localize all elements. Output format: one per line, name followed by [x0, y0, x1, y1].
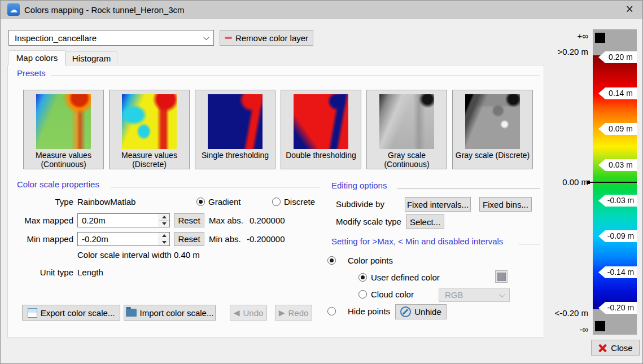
fixed-bins-button[interactable]: Fixed bins...	[479, 197, 532, 212]
unhide-label: Unhide	[414, 307, 441, 317]
remove-color-layer-button[interactable]: Remove color layer	[220, 30, 313, 46]
preset-thumbnail-gray-continuous	[379, 94, 434, 149]
color-scale-properties-title: Color scale properties	[17, 179, 99, 189]
modify-scale-type-label: Modify scale type	[336, 217, 401, 226]
hide-points-label[interactable]: Hide points	[348, 306, 390, 316]
scalebar-top-black-square	[595, 33, 605, 43]
fixed-intervals-button[interactable]: Fixed intervals...	[405, 197, 471, 212]
preset-measure-values-discrete[interactable]: Measure values (Discrete)	[109, 90, 190, 169]
preset-gray-scale-discrete[interactable]: Gray scale (Discrete)	[452, 90, 533, 169]
max-reset-button[interactable]: Reset	[174, 213, 204, 227]
preset-thumbnail-measure-discrete	[122, 94, 177, 149]
hide-points-radio[interactable]	[327, 307, 336, 315]
spin-up-icon[interactable]	[159, 233, 169, 239]
subdivide-by-label: Subdivide by	[336, 199, 384, 209]
preset-caption: Measure values (Discrete)	[111, 151, 188, 169]
preset-thumbnail-measure-continuous	[36, 94, 91, 149]
color-layer-select[interactable]: Inspection_cancellare	[8, 30, 214, 46]
gradient-radio[interactable]	[196, 198, 205, 206]
min-abs-label: Min abs.	[209, 234, 241, 244]
color-scale-properties-line	[111, 187, 320, 187]
preset-caption: Measure values (Continuous)	[25, 151, 102, 169]
spin-down-icon[interactable]	[159, 221, 169, 227]
chevron-down-icon	[499, 291, 505, 297]
user-defined-color-radio[interactable]	[358, 273, 367, 282]
window-close-icon[interactable]: ×	[623, 1, 637, 19]
scalebar-tag[interactable]: 0.14 m	[598, 87, 637, 99]
scalebar-zero-line	[589, 182, 637, 183]
spin-up-icon[interactable]	[159, 214, 169, 221]
scalebar-tag[interactable]: 0.20 m	[598, 51, 637, 63]
redo-button[interactable]: ▶ Redo	[275, 305, 312, 321]
scalebar-tag[interactable]: -0.14 m	[598, 266, 637, 278]
discrete-radio[interactable]	[272, 198, 281, 206]
spin-down-icon[interactable]	[159, 239, 169, 245]
min-reset-button[interactable]: Reset	[174, 232, 204, 246]
preset-caption: Gray scale (Continuous)	[368, 151, 445, 169]
preset-thumbnail-double-thresholding	[294, 94, 348, 149]
cloud-color-mode-value: RGB	[445, 290, 463, 300]
gradient-radio-label[interactable]: Gradient	[208, 197, 241, 207]
cloud-color-label[interactable]: Cloud color	[371, 290, 414, 299]
preset-gray-scale-continuous[interactable]: Gray scale (Continuous)	[366, 90, 447, 169]
color-points-label[interactable]: Color points	[348, 256, 393, 265]
undo-arrow-icon: ◀	[234, 308, 240, 317]
scalebar-tag[interactable]: 0.03 m	[598, 159, 637, 171]
select-scale-type-button[interactable]: Select...	[406, 214, 444, 229]
titlebar: ☁ Colors mapping - Rock tunnel_Heron_3cm…	[1, 1, 643, 19]
floppy-disk-icon	[28, 308, 37, 318]
editing-options-title: Editing options	[331, 181, 387, 190]
scalebar-bottom-black-square	[595, 321, 605, 331]
preset-thumbnail-gray-discrete	[465, 94, 520, 149]
discrete-radio-label[interactable]: Discrete	[284, 197, 315, 207]
max-mapped-value[interactable]: 0.20m	[78, 214, 159, 227]
scalebar-tag[interactable]: 0.09 m	[598, 123, 637, 135]
min-mapped-spinbox[interactable]: -0.20m	[77, 232, 170, 246]
undo-button[interactable]: ◀ Undo	[230, 305, 267, 321]
presets-group-line	[51, 76, 540, 76]
colors-mapping-dialog: ☁ Colors mapping - Rock tunnel_Heron_3cm…	[0, 0, 643, 364]
min-mapped-label: Min mapped	[8, 234, 73, 244]
remove-color-layer-label: Remove color layer	[235, 33, 308, 43]
type-value: RainbowMatlab	[77, 197, 135, 207]
min-mapped-value[interactable]: -0.20m	[78, 233, 159, 245]
user-defined-color-label[interactable]: User defined color	[371, 273, 440, 282]
tab-histogram[interactable]: Histogram	[65, 51, 117, 65]
import-color-scale-button[interactable]: Import color scale...	[124, 305, 216, 321]
preset-double-thresholding[interactable]: Double thresholding	[281, 90, 361, 169]
preset-single-thresholding[interactable]: Single thresholding	[195, 90, 275, 169]
redo-arrow-icon: ▶	[279, 308, 285, 317]
min-mapped-spinner[interactable]	[159, 233, 169, 245]
preset-cards: Measure values (Continuous) Measure valu…	[23, 90, 533, 169]
preset-measure-values-continuous[interactable]: Measure values (Continuous)	[23, 90, 104, 169]
type-label: Type	[8, 197, 73, 207]
settings-max-min-title: Setting for >Max, < Min and disabled int…	[331, 236, 503, 246]
interval-width-text: Color scale interval width 0.40 m	[77, 250, 200, 260]
scalebar-tag[interactable]: -0.03 m	[598, 195, 637, 207]
cloud-color-radio[interactable]	[358, 290, 367, 299]
close-button[interactable]: Close	[591, 340, 640, 356]
user-defined-color-swatch[interactable]	[495, 270, 508, 283]
export-color-scale-button[interactable]: Export color scale...	[22, 305, 120, 321]
folder-icon	[126, 309, 137, 317]
export-label: Export color scale...	[41, 308, 115, 318]
color-points-radio[interactable]	[327, 256, 336, 265]
color-layer-select-value: Inspection_cancellare	[15, 33, 97, 43]
tab-map-colors[interactable]: Map colors	[8, 50, 65, 65]
max-mapped-spinner[interactable]	[159, 214, 169, 227]
color-swatch-fill	[497, 273, 506, 281]
import-label: Import color scale...	[140, 308, 214, 318]
unit-type-label: Unit type	[8, 267, 73, 277]
redo-label: Redo	[288, 308, 308, 318]
undo-label: Undo	[243, 308, 263, 318]
window-title: Colors mapping - Rock tunnel_Heron_3cm	[24, 1, 184, 19]
scalebar-plus-infinity-label: +∞	[531, 31, 588, 41]
preset-thumbnail-single-thresholding	[208, 94, 263, 149]
map-colors-panel: Presets Measure values (Continuous) Meas…	[7, 65, 544, 337]
scalebar-above-max-label: >0.20 m	[531, 47, 588, 56]
unhide-button[interactable]: Unhide	[395, 304, 447, 319]
scalebar-tag[interactable]: -0.20 m	[598, 302, 637, 314]
scalebar-tag[interactable]: -0.09 m	[598, 230, 637, 242]
app-cloud-icon: ☁	[7, 3, 20, 16]
max-mapped-spinbox[interactable]: 0.20m	[77, 213, 170, 227]
